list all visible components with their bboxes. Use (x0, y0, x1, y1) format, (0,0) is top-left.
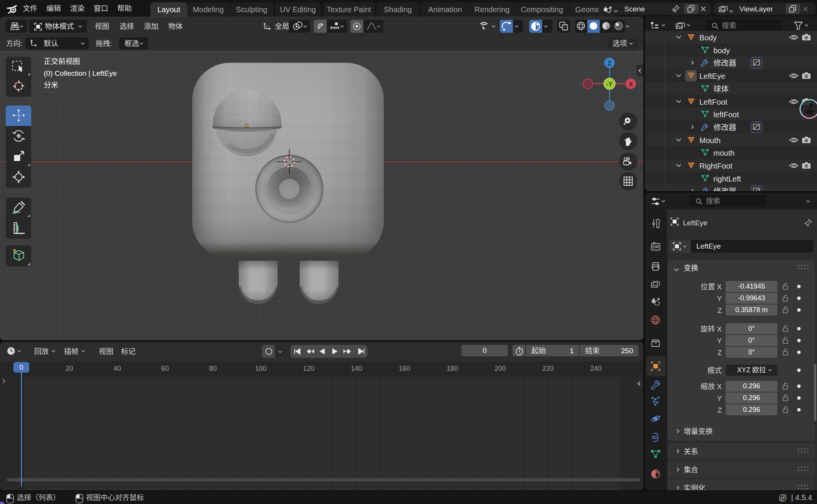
svg-text:Z: Z (608, 60, 611, 67)
svg-text:-Y: -Y (606, 81, 613, 88)
svg-text:X: X (629, 81, 633, 88)
